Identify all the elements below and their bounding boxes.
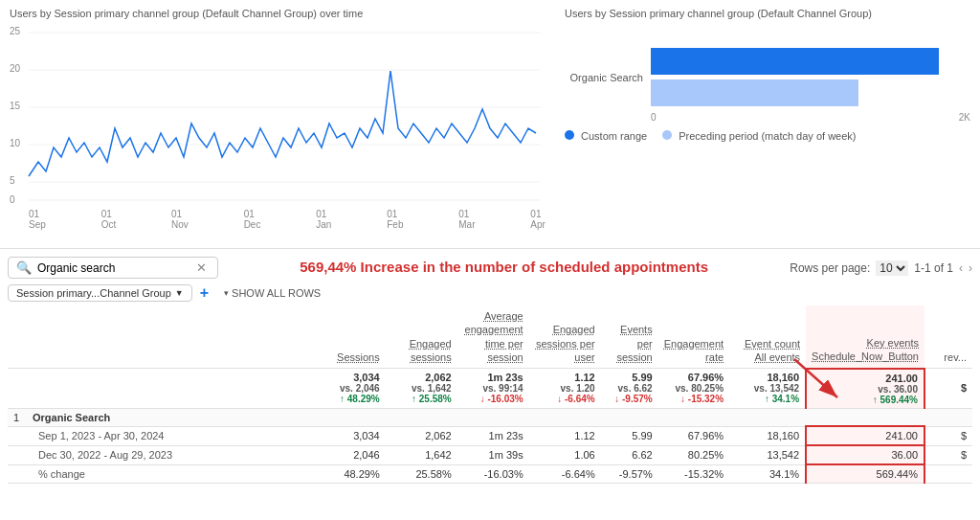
th-engaged-sessions[interactable]: Engaged sessions — [386, 305, 457, 369]
pct-sessions: 48.29% — [309, 464, 386, 484]
row-num: 1 — [8, 408, 27, 426]
th-channel — [27, 305, 309, 369]
x-label-dec: 01Dec — [244, 209, 261, 230]
show-all-rows-button[interactable]: ▾ SHOW ALL ROWS — [224, 287, 321, 299]
pct-engaged: 25.58% — [386, 464, 457, 484]
search-icon: 🔍 — [16, 260, 32, 275]
data-table: Sessions Engaged sessions Average engage… — [8, 305, 972, 484]
rows-per-page-select[interactable]: 10 25 50 — [876, 260, 908, 276]
total-eng-rate: 67.96% vs. 80.25% ↓ -15.32% — [658, 369, 729, 409]
total-sessions: 3,034 vs. 2,046 ↑ 48.29% — [309, 369, 386, 409]
total-avg-eng: 1m 23s vs. 99:14 ↓ -16.03% — [457, 369, 529, 409]
pct-num — [8, 464, 27, 484]
period1-event-count: 18,160 — [729, 426, 806, 445]
show-all-label: SHOW ALL ROWS — [232, 287, 321, 299]
pct-eng-per-user: -6.64% — [529, 464, 601, 484]
period1-label: Sep 1, 2023 - Apr 30, 2024 — [27, 426, 309, 445]
x-label-nov: 01Nov — [171, 209, 189, 230]
period1-num — [8, 426, 27, 445]
legend-custom-range: Custom range — [581, 130, 647, 142]
legend-preceding-period: Preceding period (match day of week) — [679, 130, 856, 142]
period2-revenue: $ — [924, 445, 972, 464]
table-row-period2: Dec 30, 2022 - Aug 29, 2023 2,046 1,642 … — [8, 445, 972, 464]
annotation-banner: 569,44% Increase in the number of schedu… — [300, 257, 708, 279]
next-page-icon[interactable]: › — [969, 261, 972, 275]
prev-page-icon[interactable]: ‹ — [959, 261, 963, 275]
total-key-events: 241.00 vs. 36.00 ↑ 569.44% — [806, 369, 924, 409]
bar-x-2k: 2K — [959, 112, 970, 123]
pct-events-per: -9.57% — [601, 464, 658, 484]
th-avg-engagement[interactable]: Average engagement time per session — [457, 305, 529, 369]
svg-text:10: 10 — [10, 138, 21, 148]
bar-x-0: 0 — [651, 112, 657, 123]
pct-avg-eng: -16.03% — [457, 464, 529, 484]
total-revenue: $ — [924, 369, 972, 409]
period1-engaged: 2,062 — [386, 426, 457, 445]
svg-text:5: 5 — [10, 175, 15, 186]
svg-text:0: 0 — [10, 194, 15, 205]
total-events-per: 5.99 vs. 6.62 ↓ -9.57% — [601, 369, 658, 409]
period2-num — [8, 445, 27, 464]
svg-text:20: 20 — [10, 63, 21, 74]
x-label-oct: 01Oct — [101, 209, 117, 230]
filter-chip-label: Session primary...Channel Group — [16, 287, 171, 299]
row-channel: Organic Search — [27, 408, 309, 426]
period1-key-events: 241.00 — [806, 426, 924, 445]
table-row-period1: Sep 1, 2023 - Apr 30, 2024 3,034 2,062 1… — [8, 426, 972, 445]
period1-avg-eng: 1m 23s — [457, 426, 529, 445]
bar-chart-title: Users by Session primary channel group (… — [565, 8, 970, 19]
filter-chip-channel[interactable]: Session primary...Channel Group ▼ — [8, 284, 192, 302]
th-events-per-session[interactable]: Events per session — [601, 305, 658, 369]
pct-event-count: 34.1% — [729, 464, 806, 484]
th-num — [8, 305, 27, 369]
total-num — [8, 369, 27, 409]
legend-dot-preceding — [662, 130, 672, 140]
period2-event-count: 13,542 — [729, 445, 806, 464]
total-engaged: 2,062 vs. 1,642 ↑ 25.58% — [386, 369, 457, 409]
th-sessions[interactable]: Sessions — [309, 305, 386, 369]
total-event-count: 18,160 vs. 13,542 ↑ 34.1% — [729, 369, 806, 409]
pct-revenue — [924, 464, 972, 484]
period2-avg-eng: 1m 39s — [457, 445, 529, 464]
pct-key-events: 569.44% — [806, 464, 924, 484]
period1-eng-rate: 67.96% — [658, 426, 729, 445]
period2-eng-per-user: 1.06 — [529, 445, 601, 464]
period1-eng-per-user: 1.12 — [529, 426, 601, 445]
th-engagement-rate[interactable]: Engagement rate — [658, 305, 729, 369]
x-label-apr: 01Apr — [530, 209, 546, 230]
search-box[interactable]: 🔍 ✕ — [8, 257, 218, 279]
period1-revenue: $ — [924, 426, 972, 445]
period2-label: Dec 30, 2022 - Aug 29, 2023 — [27, 445, 309, 464]
line-chart-title: Users by Session primary channel group (… — [10, 8, 546, 19]
total-eng-per-user: 1.12 vs. 1.20 ↓ -6.64% — [529, 369, 601, 409]
x-label-mar: 01Mar — [458, 209, 475, 230]
table-row-organic: 1 Organic Search — [8, 408, 972, 426]
pct-label: % change — [27, 464, 309, 484]
svg-text:15: 15 — [10, 101, 21, 111]
search-input[interactable] — [37, 261, 190, 275]
add-filter-button[interactable]: + — [200, 284, 209, 302]
x-label-sep: 01Sep — [29, 209, 46, 230]
th-event-count[interactable]: Event count All events — [729, 305, 806, 369]
bar-channel-label: Organic Search — [565, 72, 651, 83]
period1-sessions: 3,034 — [309, 426, 386, 445]
x-label-jan: 01Jan — [316, 209, 331, 230]
period2-key-events: 36.00 — [806, 445, 924, 464]
total-channel — [27, 369, 309, 409]
x-label-feb: 01Feb — [387, 209, 403, 230]
th-engaged-per-user[interactable]: Engaged sessions per user — [529, 305, 601, 369]
table-row-total: 3,034 vs. 2,046 ↑ 48.29% 2,062 vs. 1,642… — [8, 369, 972, 409]
line-chart: 25 20 15 10 5 0 — [10, 23, 546, 210]
period2-engaged: 1,642 — [386, 445, 457, 464]
period2-eng-rate: 80.25% — [658, 445, 729, 464]
page-info: 1-1 of 1 — [914, 261, 953, 275]
legend-dot-custom — [565, 130, 574, 140]
close-icon[interactable]: ✕ — [196, 260, 207, 275]
th-key-events[interactable]: Key events Schedule_Now_Button — [806, 305, 924, 369]
period1-events-per: 5.99 — [601, 426, 658, 445]
pct-eng-rate: -15.32% — [658, 464, 729, 484]
period2-events-per: 6.62 — [601, 445, 658, 464]
rows-per-page-label: Rows per page: — [790, 261, 870, 275]
caret-icon: ▾ — [224, 288, 229, 298]
filter-dropdown-arrow: ▼ — [175, 288, 184, 298]
